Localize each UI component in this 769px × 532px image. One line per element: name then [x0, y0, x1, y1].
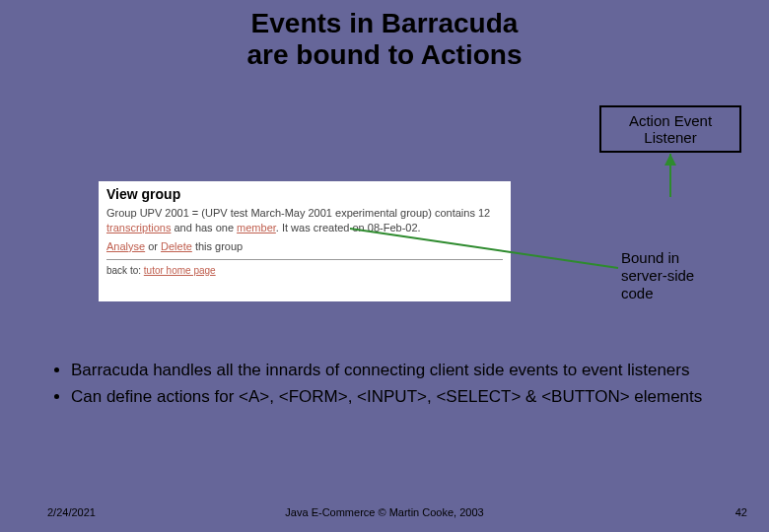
bullet-1: Barracuda handles all the innards of con…: [71, 360, 730, 382]
title-line-2: are bound to Actions: [247, 39, 523, 70]
bullet-2: Can define actions for <A>, <FORM>, <INP…: [71, 386, 730, 409]
member-link[interactable]: member: [237, 222, 276, 233]
callout-text: Action Event Listener: [601, 112, 739, 146]
bound-l1: Bound in: [621, 249, 679, 266]
back-prefix: back to:: [106, 265, 144, 276]
bound-l2: server-side: [621, 267, 694, 284]
title-line-1: Events in Barracuda: [251, 8, 519, 38]
bullet-list: Barracuda handles all the innards of con…: [47, 360, 730, 413]
screenshot-body: Group UPV 2001 = (UPV test March-May 200…: [99, 204, 511, 237]
action-event-listener-box: Action Event Listener: [599, 105, 741, 153]
transcriptions-link[interactable]: transcriptions: [106, 222, 171, 233]
body-mid: and has one: [171, 222, 237, 233]
bound-in-server-side-label: Bound in server-side code: [621, 249, 694, 302]
delete-link[interactable]: Delete: [161, 240, 192, 252]
analyse-link[interactable]: Analyse: [106, 240, 145, 252]
row2-mid: or: [145, 240, 161, 252]
tutor-home-link[interactable]: tutor home page: [144, 265, 216, 276]
body-suffix: . It was created on 08-Feb-02.: [276, 222, 421, 233]
screenshot-heading: View group: [99, 181, 511, 204]
row2-suffix: this group: [192, 240, 243, 252]
view-group-screenshot: View group Group UPV 2001 = (UPV test Ma…: [99, 181, 511, 301]
screenshot-back-row: back to: tutor home page: [99, 263, 511, 278]
body-prefix: Group UPV 2001 = (UPV test March-May 200…: [106, 207, 490, 219]
slide-title: Events in Barracuda are bound to Actions: [0, 8, 769, 71]
divider: [106, 259, 503, 260]
bound-l3: code: [621, 285, 654, 301]
screenshot-actions-row: Analyse or Delete this group: [99, 237, 511, 256]
footer-page-number: 42: [735, 506, 747, 518]
footer-center: Java E-Commerce © Martin Cooke, 2003: [0, 506, 769, 518]
